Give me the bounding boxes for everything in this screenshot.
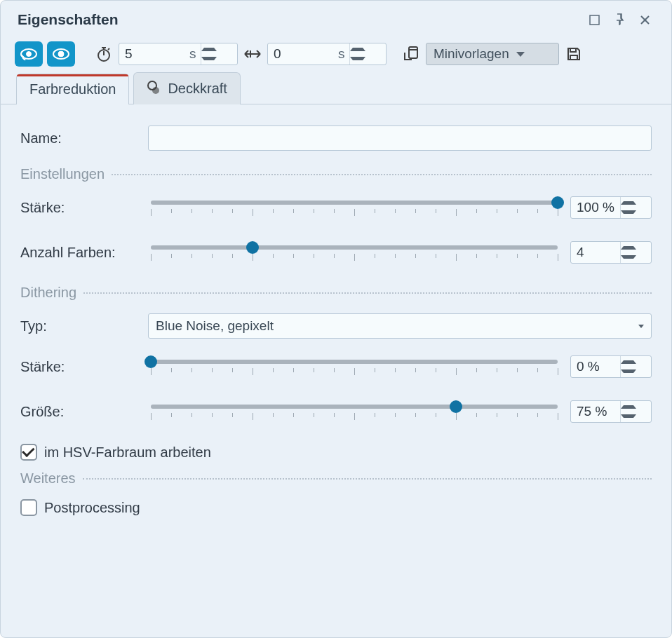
hsv-checkbox[interactable] bbox=[20, 444, 37, 461]
svg-point-4 bbox=[58, 51, 64, 57]
dith-strength-slider[interactable] bbox=[151, 354, 558, 379]
offset-down[interactable] bbox=[350, 54, 365, 65]
templates-label: Minivorlagen bbox=[434, 46, 509, 62]
svg-point-2 bbox=[27, 52, 32, 57]
duration-down[interactable] bbox=[201, 54, 217, 65]
numcolors-slider[interactable] bbox=[151, 240, 558, 265]
tab-bar: Farbreduktion Deckkraft bbox=[1, 72, 671, 104]
hsv-label[interactable]: im HSV-Farbraum arbeiten bbox=[44, 444, 211, 461]
dith-strength-spinner[interactable] bbox=[570, 355, 652, 378]
strength-value[interactable] bbox=[571, 197, 620, 218]
postprocessing-checkbox[interactable] bbox=[20, 499, 37, 516]
type-label: Typ: bbox=[20, 318, 138, 334]
chevron-down-icon bbox=[516, 52, 525, 57]
duration-up[interactable] bbox=[201, 43, 217, 54]
toolbar: s s Minivorlagen bbox=[1, 34, 671, 72]
dith-strength-label: Stärke: bbox=[20, 359, 138, 375]
panel-title: Eigenschaften bbox=[18, 11, 582, 28]
dock-icon[interactable] bbox=[401, 41, 422, 67]
numcolors-down[interactable] bbox=[621, 252, 636, 263]
tab-content: Name: Einstellungen Stärke: Anzahl Farbe… bbox=[1, 104, 671, 637]
strength-up[interactable] bbox=[621, 197, 636, 208]
section-more: Weiteres bbox=[20, 470, 652, 487]
toggle-active-button[interactable] bbox=[15, 41, 43, 67]
stopwatch-icon bbox=[93, 41, 114, 67]
duration-spinner[interactable]: s bbox=[119, 43, 238, 65]
type-value: Blue Noise, gepixelt bbox=[156, 318, 274, 334]
section-settings: Einstellungen bbox=[20, 166, 652, 182]
chevron-down-icon bbox=[638, 325, 644, 328]
properties-panel: Eigenschaften s bbox=[0, 0, 672, 638]
size-down[interactable] bbox=[621, 412, 636, 422]
tab-color-reduction-label: Farbreduktion bbox=[29, 81, 116, 97]
numcolors-up[interactable] bbox=[621, 242, 636, 252]
pin-button[interactable] bbox=[607, 9, 632, 30]
titlebar: Eigenschaften bbox=[1, 1, 671, 34]
offset-unit: s bbox=[338, 46, 349, 62]
save-button[interactable] bbox=[563, 41, 584, 67]
numcolors-label: Anzahl Farben: bbox=[20, 245, 138, 261]
svg-rect-8 bbox=[409, 47, 417, 58]
offset-up[interactable] bbox=[350, 43, 365, 54]
type-select[interactable]: Blue Noise, gepixelt bbox=[148, 313, 652, 339]
numcolors-spinner[interactable] bbox=[570, 241, 652, 264]
size-spinner[interactable] bbox=[570, 400, 652, 423]
postprocessing-label[interactable]: Postprocessing bbox=[44, 500, 140, 516]
name-field[interactable] bbox=[148, 125, 652, 151]
tab-opacity[interactable]: Deckkraft bbox=[133, 72, 240, 104]
maximize-button[interactable] bbox=[582, 9, 607, 30]
templates-dropdown[interactable]: Minivorlagen bbox=[426, 43, 559, 65]
dith-strength-up[interactable] bbox=[621, 356, 636, 367]
section-dithering: Dithering bbox=[20, 285, 652, 301]
strength-label: Stärke: bbox=[20, 200, 138, 216]
size-value[interactable] bbox=[571, 401, 620, 422]
preview-button[interactable] bbox=[47, 41, 75, 67]
duration-unit: s bbox=[189, 46, 201, 62]
dith-strength-value[interactable] bbox=[571, 356, 620, 377]
numcolors-value[interactable] bbox=[571, 242, 620, 263]
strength-down[interactable] bbox=[621, 208, 636, 218]
strength-spinner[interactable] bbox=[570, 196, 652, 219]
close-button[interactable] bbox=[632, 9, 657, 30]
svg-rect-0 bbox=[590, 15, 599, 25]
offset-spinner[interactable]: s bbox=[267, 43, 387, 65]
duration-input[interactable] bbox=[119, 43, 189, 65]
dith-strength-down[interactable] bbox=[621, 367, 636, 377]
tab-color-reduction[interactable]: Farbreduktion bbox=[16, 74, 129, 104]
strength-slider[interactable] bbox=[151, 195, 558, 220]
offset-icon bbox=[242, 41, 263, 67]
offset-input[interactable] bbox=[268, 43, 338, 65]
opacity-icon bbox=[147, 80, 162, 97]
size-slider[interactable] bbox=[151, 399, 558, 424]
size-up[interactable] bbox=[621, 401, 636, 412]
tab-opacity-label: Deckkraft bbox=[168, 81, 227, 97]
name-label: Name: bbox=[20, 130, 138, 147]
size-label: Größe: bbox=[20, 404, 138, 420]
